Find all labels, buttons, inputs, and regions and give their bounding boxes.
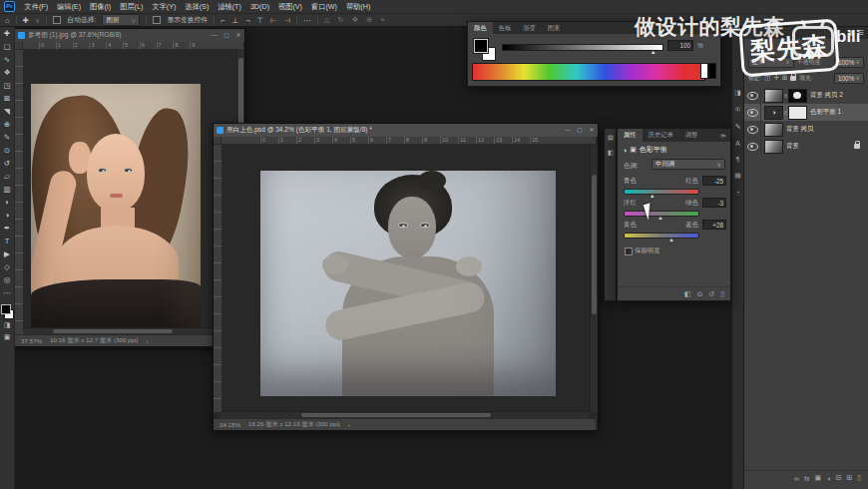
align-right-icon[interactable]: ¬ [245,16,249,25]
show-transform-checkbox[interactable] [153,16,161,24]
tab-patterns[interactable]: 图案 [542,22,567,34]
magenta-green-slider[interactable]: ▲ [624,211,699,217]
visibility-toggle[interactable] [744,138,761,155]
doc1-zoom-level[interactable]: 37.57% [21,337,42,344]
black-swatch[interactable] [708,63,716,79]
layer-name[interactable]: 色彩平衡 1 [810,108,841,117]
lock-artboard-icon[interactable]: ⊞ [782,74,787,82]
screen-mode-icon[interactable]: ▣ [0,331,14,343]
blur-tool-icon[interactable]: ◗ [0,196,14,209]
menu-item[interactable]: 编辑(E) [53,2,86,12]
new-layer-icon[interactable]: ⊞ [846,474,852,482]
layer-thumbnail[interactable] [764,140,783,154]
slider-handle-icon[interactable]: ▲ [657,215,662,221]
reset-icon[interactable]: ↺ [708,290,714,298]
tab-gradients[interactable]: 渐变 [517,22,542,34]
visibility-icon[interactable]: ⊙ [696,290,702,298]
align-top-icon[interactable]: ⊤ [257,16,264,25]
doc2-horizontal-scrollbar[interactable] [221,411,589,418]
visibility-toggle[interactable] [744,87,761,104]
character-panel-icon[interactable]: A [735,140,740,147]
tab-swatches[interactable]: 色板 [493,22,518,34]
history-brush-tool-icon[interactable]: ↺ [0,157,14,170]
layer-name[interactable]: 背景 拷贝 2 [810,91,843,100]
shape-tool-icon[interactable]: ◇ [0,260,14,273]
minimize-button[interactable]: — [562,124,574,137]
layer-mask-thumbnail[interactable] [788,89,807,103]
slider-handle-icon[interactable]: ▲ [668,237,673,243]
layer-name[interactable]: 背景 拷贝 [786,125,813,134]
close-button[interactable]: ✕ [586,124,598,137]
layer-row-selected[interactable]: ◑ 8 色彩平衡 1 [744,104,868,121]
distribute-v-icon[interactable]: ⊣ [284,16,291,25]
quick-select-tool-icon[interactable]: ❖ [0,66,14,79]
collapse-panel-icon[interactable]: ≫ [716,129,730,142]
clip-to-layer-icon[interactable]: ◧ [684,290,691,298]
color-spectrum-ramp[interactable] [472,63,705,81]
doc1-canvas[interactable] [23,50,236,334]
layer-row[interactable]: 背景 [744,138,868,155]
info-panel-icon[interactable]: ① [734,106,740,114]
eraser-tool-icon[interactable]: ▱ [0,170,14,183]
magenta-green-value-field[interactable]: -3 [702,198,726,208]
eyedropper-tool-icon[interactable]: ◥ [0,105,14,118]
layer-name[interactable]: 背景 [786,142,799,151]
slider-handle-icon[interactable]: ▲ [651,49,655,55]
white-swatch[interactable] [700,63,708,79]
dodge-tool-icon[interactable]: ◑ [0,209,14,222]
layer-thumbnail[interactable] [764,89,783,103]
clone-stamp-tool-icon[interactable]: ⊙ [0,144,14,157]
layer-row[interactable]: 8 背景 拷贝 2 [744,87,868,104]
visibility-toggle[interactable] [744,121,761,138]
lock-all-icon[interactable] [790,76,796,81]
new-group-icon[interactable]: ⊟ [835,474,841,482]
frame-tool-icon[interactable]: ⊠ [0,92,14,105]
marquee-tool-icon[interactable]: ▢ [0,40,14,53]
cyan-red-value-field[interactable]: -25 [702,176,726,186]
menu-item[interactable]: 文字(Y) [148,2,181,12]
color-swatches[interactable] [1,304,14,319]
foreground-color-swatch[interactable] [474,39,488,53]
foreground-color-swatch[interactable] [1,304,11,314]
brush-tool-icon[interactable]: ✎ [0,131,14,144]
paragraph-panel-icon[interactable]: ¶ [736,156,740,163]
move-tool-icon[interactable]: ✚ [0,27,14,40]
libraries-panel-icon[interactable]: ▤ [608,134,614,142]
fill-field[interactable]: 100% ∨ [834,73,864,84]
type-tool-icon[interactable]: T [0,235,14,247]
adjustments-panel-icon[interactable]: ◧ [608,149,614,157]
gray-value-field[interactable]: 100 [667,40,693,51]
grayscale-slider[interactable] [502,44,663,51]
chevron-down-icon[interactable]: ∨ [35,16,41,25]
doc2-canvas[interactable] [221,145,589,412]
maximize-button[interactable]: ▢ [574,124,586,137]
more-options-icon[interactable]: ⋯ [303,16,311,25]
healing-brush-tool-icon[interactable]: ⊕ [0,118,14,131]
link-layers-icon[interactable]: ∞ [794,475,799,482]
home-icon[interactable]: ⌂ [5,16,10,25]
tone-dropdown[interactable]: 中间调 ∨ [651,159,725,170]
menu-item[interactable]: 滤镜(T) [214,2,246,12]
more-tools-tool-icon[interactable]: ⋯ [0,286,14,299]
pen-tool-icon[interactable]: ✒ [0,222,14,235]
menu-item[interactable]: 选择(S) [181,2,214,12]
layer-mask-thumbnail[interactable] [788,106,807,120]
menu-item[interactable]: 图像(I) [86,2,116,12]
delete-layer-icon[interactable]: ▯ [857,474,861,482]
align-center-icon[interactable]: ⊥ [232,16,239,25]
close-button[interactable]: ✕ [232,29,244,42]
adjustment-layer-icon[interactable]: ◑ [764,106,783,120]
doc1-title-bar[interactable]: 参考图 (1).jpg @ 37.6%(RGB/8) — ▢ ✕ [15,29,244,42]
yellow-blue-slider[interactable]: ▲ [624,233,699,239]
libraries-panel-icon[interactable]: ▤ [734,172,740,180]
doc2-vertical-scrollbar[interactable] [590,145,598,412]
tab-properties[interactable]: 属性 [618,129,643,142]
menu-item[interactable]: 3D(D) [245,2,273,12]
quick-mask-icon[interactable]: ◨ [0,319,14,331]
tab-history[interactable]: 历史记录 [643,129,679,142]
brush-panel-icon[interactable]: ✎ [735,123,741,131]
minimize-button[interactable]: — [209,29,220,42]
crop-tool-icon[interactable]: ◳ [0,79,14,92]
layer-effects-icon[interactable]: fx [804,475,809,482]
yellow-blue-value-field[interactable]: +28 [702,220,726,230]
